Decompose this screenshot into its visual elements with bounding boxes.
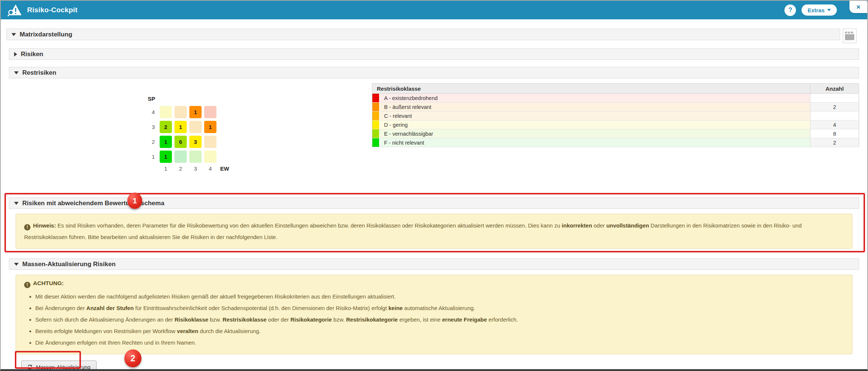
matrixdarstellung-body: Risiken Restrisiken SP 4 1: [9, 48, 859, 371]
y-tick: 3: [148, 124, 155, 130]
risk-class-color-swatch: [372, 138, 379, 147]
matrix-cell: 1: [204, 121, 216, 133]
risk-class-label: B - äußerst relevant: [379, 103, 810, 112]
page-content: Matrixdarstellung Risiken: [1, 29, 867, 371]
matrix-cell: [189, 121, 202, 133]
risk-class-label: D - gering: [379, 120, 810, 129]
table-row: B - äußerst relevant 2: [372, 103, 859, 112]
matrix-row-sp2: 2 1 6 3: [148, 136, 229, 148]
massen-aktualisierung-button[interactable]: Massen-Aktualisierung: [21, 361, 97, 371]
close-icon: ×: [856, 3, 860, 11]
matrix-x-axis-label: EW: [220, 165, 229, 172]
caret-right-icon: [14, 52, 17, 57]
refresh-icon: [27, 364, 33, 370]
table-row: A - existenzbedrohend: [372, 94, 859, 103]
achtung-title-row: !ACHTUNG:: [24, 280, 844, 288]
matrix-cell: 1: [174, 121, 187, 133]
matrix-row-sp4: 4 1: [148, 106, 229, 118]
risk-class-color-swatch: [372, 94, 379, 103]
header-actions: ? Extras: [784, 4, 837, 16]
table-row: E - vernachlässigbar 8: [372, 129, 859, 138]
caret-down-icon: [14, 202, 19, 205]
app-window: Risiko-Cockpit ? Extras × Matrixdarstell…: [0, 0, 868, 371]
table-header-row: Restrisikoklasse Anzahl: [372, 84, 859, 94]
app-logo-warning-magnifier-icon: [7, 4, 22, 16]
matrix-cell: 1: [189, 106, 202, 118]
caret-down-icon: [14, 263, 19, 266]
hinweis-text: Es sind Risiken vorhanden, deren Paramet…: [24, 222, 802, 240]
help-button[interactable]: ?: [784, 4, 796, 16]
matrix-cell: 6: [174, 136, 187, 148]
risk-class-label: E - vernachlässigbar: [379, 129, 810, 138]
risk-class-count: 2: [810, 103, 859, 112]
matrix-cell: 1: [160, 136, 172, 148]
table-layout-icon: [845, 32, 854, 40]
table-row: C - relevant: [372, 112, 859, 120]
column-header-restrisikoklasse: Restrisikoklasse: [372, 84, 810, 94]
app-title: Risiko-Cockpit: [27, 6, 78, 14]
panel-header-matrixdarstellung[interactable]: Matrixdarstellung: [6, 29, 840, 40]
risk-class-count: 2: [810, 138, 859, 147]
matrix-cell: 3: [189, 136, 202, 148]
achtung-label: ACHTUNG:: [33, 280, 64, 286]
caret-down-icon: [14, 71, 19, 74]
panel-header-risiken[interactable]: Risiken: [9, 48, 859, 60]
x-tick: 4: [204, 165, 216, 172]
question-mark-icon: ?: [788, 6, 792, 14]
risk-class-count: [810, 112, 859, 120]
restrisikoklasse-table: Restrisikoklasse Anzahl A - existenzbedr…: [372, 83, 859, 147]
extras-button[interactable]: Extras: [802, 4, 837, 16]
risk-class-color-swatch: [372, 112, 379, 120]
risk-class-label: F - nicht relevant: [379, 138, 810, 147]
panel-header-restrisiken[interactable]: Restrisiken: [9, 67, 859, 78]
achtung-bullet: Bereits erfolgte Meldungen von Restrisik…: [35, 327, 844, 335]
achtung-bullet: Bei Änderungen der Anzahl der Stufen für…: [35, 304, 844, 312]
caret-down-icon: [12, 33, 16, 36]
risk-class-count: [810, 94, 859, 103]
column-header-anzahl: Anzahl: [810, 84, 859, 94]
close-button[interactable]: ×: [849, 1, 867, 13]
achtung-bullet: Mit dieser Aktion werden die nachfolgend…: [35, 293, 844, 301]
risk-class-color-swatch: [372, 120, 379, 129]
y-tick: 4: [148, 109, 155, 115]
achtung-bullet: Die Änderungen erfolgen mit Ihren Rechte…: [35, 339, 844, 347]
matrix-cell: [160, 106, 172, 118]
risk-class-count: 4: [810, 120, 859, 129]
matrix-cell: 1: [160, 151, 172, 163]
matrix-cell: [204, 136, 216, 148]
risk-matrix: SP 4 1 3 2 1 1: [148, 96, 229, 172]
actions-row: Massen-Aktualisierung: [21, 361, 859, 371]
chevron-down-icon: [827, 9, 831, 11]
panel-header-abweichendes-bewertungsschema[interactable]: Risiken mit abweichendem Bewertungsschem…: [9, 197, 859, 209]
achtung-note: !ACHTUNG: Mit dieser Aktion werden die n…: [16, 275, 852, 354]
hinweis-note: !Hinweis: Es sind Risiken vorhanden, der…: [16, 214, 852, 249]
matrix-row-sp3: 3 2 1 1: [148, 121, 229, 133]
restrisiken-body: SP 4 1 3 2 1 1: [9, 83, 859, 177]
matrix-cell: [204, 106, 216, 118]
warning-icon: !: [24, 282, 30, 288]
risk-class-color-swatch: [372, 103, 379, 112]
matrix-cell: [189, 151, 202, 163]
matrix-cell: [174, 106, 187, 118]
x-tick: 1: [160, 165, 172, 172]
table-row: D - gering 4: [372, 120, 859, 129]
achtung-bullet-list: Mit dieser Aktion werden die nachfolgend…: [24, 293, 844, 347]
matrix-cell: [174, 151, 187, 163]
matrix-x-axis: 1 2 3 4 EW: [148, 165, 229, 172]
table-row: F - nicht relevant 2: [372, 138, 859, 147]
matrix-cell: [204, 151, 216, 163]
matrix-y-axis-label: SP: [148, 96, 229, 102]
matrixdarstellung-header-row: Matrixdarstellung: [6, 29, 862, 40]
x-tick: 3: [189, 165, 202, 172]
y-tick: 2: [148, 139, 155, 145]
risk-class-label: A - existenzbedrohend: [379, 94, 810, 103]
y-tick: 1: [148, 154, 155, 160]
app-header: Risiko-Cockpit ? Extras ×: [1, 1, 867, 19]
matrix-cell: 2: [160, 121, 172, 133]
x-tick: 2: [174, 165, 187, 172]
info-icon: !: [24, 224, 30, 230]
layout-grid-button[interactable]: [843, 29, 856, 43]
panel-header-massen-aktualisierung[interactable]: Massen-Aktualisierung Risiken: [9, 258, 859, 270]
risk-class-count: 8: [810, 129, 859, 138]
achtung-bullet: Sofern sich durch die Aktualisierung Änd…: [35, 316, 844, 324]
